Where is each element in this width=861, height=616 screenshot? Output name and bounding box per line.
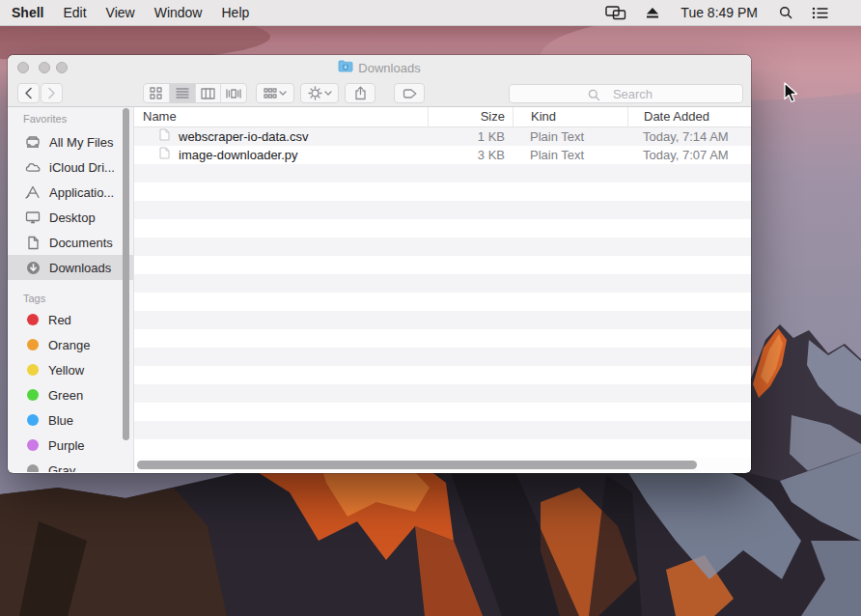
- screen-mirroring-icon[interactable]: [596, 0, 636, 26]
- sidebar-tag-purple[interactable]: Purple: [8, 433, 133, 458]
- sidebar-item-label: Red: [48, 313, 71, 327]
- view-switcher: [143, 83, 247, 103]
- file-date-added: Today, 7:14 AM: [627, 127, 751, 146]
- menu-shell[interactable]: Shell: [2, 0, 53, 26]
- eject-icon[interactable]: [636, 0, 669, 26]
- menu-window[interactable]: Window: [145, 0, 212, 26]
- documents-icon: [25, 235, 41, 250]
- menu-view[interactable]: View: [97, 0, 145, 26]
- file-list: Name Size Kind Date Added webscraper-io-…: [134, 107, 751, 472]
- sidebar-item-label: Documents: [49, 236, 113, 250]
- chevron-down-icon: [324, 91, 332, 96]
- tag-color-dot: [27, 414, 39, 426]
- column-header-kind[interactable]: Kind: [513, 107, 627, 126]
- list-header: Name Size Kind Date Added: [134, 107, 751, 127]
- mouse-cursor: [784, 82, 799, 103]
- back-button[interactable]: [17, 83, 40, 103]
- sidebar-tag-gray[interactable]: Gray: [8, 458, 133, 472]
- downloads-icon: [25, 260, 41, 275]
- sidebar-item-documents[interactable]: Documents: [8, 230, 133, 255]
- downloads-folder-icon: [338, 59, 353, 76]
- spotlight-search-icon[interactable]: [769, 0, 802, 26]
- sidebar-item-label: Applicatio...: [49, 185, 114, 200]
- sidebar-item-label: iCloud Dri...: [49, 160, 115, 175]
- sidebar-item-desktop[interactable]: Desktop: [8, 205, 133, 230]
- tag-color-dot: [27, 314, 39, 325]
- search-icon: [588, 88, 600, 105]
- sidebar-item-label: Gray: [48, 463, 75, 473]
- sidebar-item-label: Desktop: [49, 210, 96, 225]
- horizontal-scrollbar-thumb[interactable]: [137, 461, 697, 469]
- chevron-down-icon: [279, 91, 287, 96]
- menu-bar: Shell Edit View Window Help Tue 8:49 PM: [0, 0, 861, 26]
- sidebar-item-label: Green: [48, 388, 83, 403]
- document-icon: [159, 146, 170, 164]
- gear-icon: [308, 86, 322, 100]
- applications-icon: [25, 184, 41, 200]
- icon-view-button[interactable]: [144, 84, 170, 102]
- tag-icon: [403, 88, 417, 99]
- tag-color-dot: [27, 439, 39, 451]
- sidebar-tag-blue[interactable]: Blue: [8, 407, 133, 433]
- sidebar-favorites-header: Favorites: [23, 112, 133, 126]
- sidebar-item-label: Downloads: [49, 261, 111, 275]
- file-name: image-downloader.py: [179, 146, 298, 164]
- column-header-name[interactable]: Name: [134, 107, 428, 126]
- horizontal-scrollbar[interactable]: [134, 458, 751, 472]
- sidebar-item-applications[interactable]: Applicatio...: [8, 180, 133, 205]
- notification-center-icon[interactable]: [802, 0, 838, 26]
- tag-button[interactable]: [394, 83, 425, 103]
- file-date-added: Today, 7:07 AM: [627, 146, 751, 164]
- file-row[interactable]: image-downloader.py 3 KB Plain Text Toda…: [134, 146, 751, 164]
- sidebar-tag-orange[interactable]: Orange: [8, 332, 133, 357]
- sidebar-tag-red[interactable]: Red: [8, 307, 133, 332]
- finder-window: Downloads: [8, 55, 751, 473]
- file-row[interactable]: webscraper-io-data.csv 1 KB Plain Text T…: [134, 127, 751, 146]
- menu-edit[interactable]: Edit: [53, 0, 96, 26]
- search-input[interactable]: [510, 86, 742, 103]
- file-name: webscraper-io-data.csv: [179, 127, 308, 146]
- tag-color-dot: [27, 339, 39, 350]
- sidebar-item-label: All My Files: [49, 135, 113, 150]
- sidebar-item-label: Blue: [48, 413, 73, 428]
- column-header-size[interactable]: Size: [428, 107, 513, 126]
- forward-button[interactable]: [41, 83, 63, 103]
- sidebar: Favorites All My Files iCloud Dri...: [8, 107, 134, 472]
- list-view-button[interactable]: [170, 84, 196, 102]
- row-stripes: [134, 164, 751, 472]
- action-gear-button[interactable]: [300, 83, 339, 103]
- sidebar-scrollbar[interactable]: [123, 108, 129, 440]
- share-button[interactable]: [345, 83, 375, 103]
- document-icon: [159, 127, 170, 146]
- file-kind: Plain Text: [513, 127, 627, 146]
- menu-bar-clock[interactable]: Tue 8:49 PM: [669, 5, 769, 20]
- sidebar-item-all-my-files[interactable]: All My Files: [8, 129, 133, 154]
- window-titlebar[interactable]: Downloads: [8, 55, 751, 80]
- window-title: Downloads: [358, 61, 420, 75]
- toolbar: [8, 80, 751, 107]
- coverflow-view-button[interactable]: [221, 84, 246, 102]
- sidebar-item-icloud-drive[interactable]: iCloud Dri...: [8, 154, 133, 180]
- tag-color-dot: [27, 389, 39, 401]
- sidebar-item-downloads[interactable]: Downloads: [8, 255, 133, 280]
- tag-color-dot: [27, 364, 39, 376]
- column-view-button[interactable]: [196, 84, 222, 102]
- column-header-date-added[interactable]: Date Added: [627, 107, 751, 126]
- all-my-files-icon: [25, 134, 41, 150]
- desktop: Shell Edit View Window Help Tue 8:49 PM: [0, 0, 861, 616]
- arrange-button[interactable]: [256, 83, 294, 103]
- desktop-icon: [25, 210, 41, 225]
- file-size: 1 KB: [428, 127, 513, 146]
- search-field: [509, 84, 743, 103]
- sidebar-item-label: Orange: [48, 338, 90, 352]
- menu-bar-status: Tue 8:49 PM: [596, 0, 861, 26]
- sidebar-item-label: Purple: [48, 438, 85, 453]
- share-icon: [354, 86, 367, 100]
- icloud-icon: [25, 159, 41, 175]
- tag-color-dot: [27, 464, 39, 472]
- window-content: Favorites All My Files iCloud Dri...: [8, 107, 751, 472]
- sidebar-tags-header: Tags: [23, 292, 133, 305]
- sidebar-tag-yellow[interactable]: Yellow: [8, 357, 133, 382]
- menu-help[interactable]: Help: [211, 0, 259, 26]
- sidebar-tag-green[interactable]: Green: [8, 382, 133, 407]
